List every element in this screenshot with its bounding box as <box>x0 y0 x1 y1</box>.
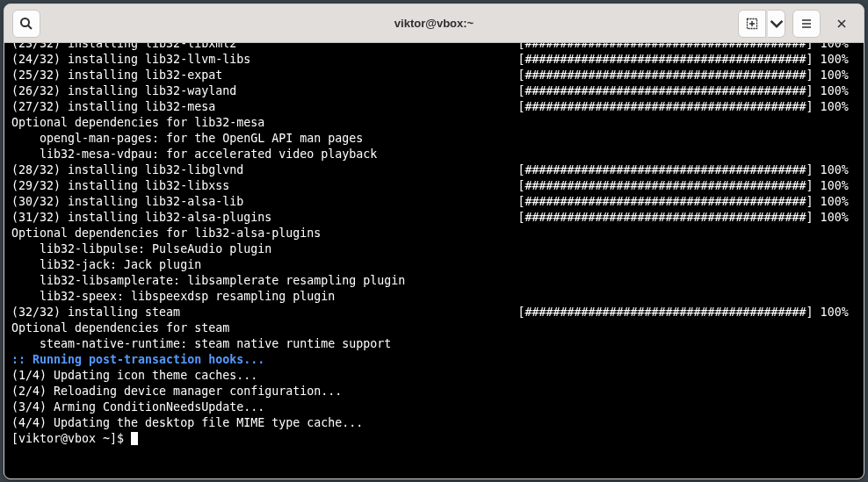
install-line: (32/32) installing steam [##############… <box>11 305 864 320</box>
titlebar: viktor@vbox:~ <box>4 4 864 43</box>
terminal-window: viktor@vbox:~ (22/32) installing lib32-i… <box>4 4 864 479</box>
hooks-header: :: Running post-transaction hooks... <box>11 352 864 368</box>
search-icon <box>19 17 33 31</box>
new-tab-icon <box>745 17 759 31</box>
install-line: (26/32) installing lib32-wayland [######… <box>11 83 864 99</box>
hook-line: (1/4) Updating icon theme caches... <box>11 368 864 384</box>
chevron-down-icon <box>770 17 784 31</box>
optdep-header: Optional dependencies for steam <box>11 320 864 336</box>
new-tab-dropdown[interactable] <box>768 10 785 38</box>
optdep-line: lib32-speex: libspeexdsp resampling plug… <box>11 289 864 305</box>
optdep-line: lib32-libpulse: PulseAudio plugin <box>11 241 864 257</box>
optdep-header: Optional dependencies for lib32-alsa-plu… <box>11 226 864 241</box>
close-icon <box>835 17 849 31</box>
prompt-line: [viktor@vbox ~]$ <box>11 431 864 447</box>
terminal-output: (22/32) installing lib32-icu [##########… <box>4 43 864 447</box>
svg-line-1 <box>28 25 32 29</box>
hook-line: (4/4) Updating the desktop file MIME typ… <box>11 415 864 431</box>
hamburger-icon <box>799 17 814 31</box>
svg-point-0 <box>21 18 29 26</box>
optdep-line: opengl-man-pages: for the OpenGL API man… <box>11 131 864 147</box>
optdep-line: lib32-jack: Jack plugin <box>11 257 864 273</box>
terminal-body[interactable]: (22/32) installing lib32-icu [##########… <box>4 43 864 478</box>
install-line: (27/32) installing lib32-mesa [#########… <box>11 99 864 115</box>
new-tab-split <box>737 10 786 38</box>
menu-button[interactable] <box>792 10 821 38</box>
search-button[interactable] <box>12 10 40 38</box>
hook-line: (2/4) Reloading device manager configura… <box>11 384 864 399</box>
install-line: (30/32) installing lib32-alsa-lib [#####… <box>11 194 864 210</box>
install-line: (25/32) installing lib32-expat [########… <box>11 68 864 83</box>
optdep-line: lib32-mesa-vdpau: for accelerated video … <box>11 147 864 162</box>
close-button[interactable] <box>828 10 856 38</box>
install-line: (23/32) installing lib32-libxml2 [######… <box>11 43 864 52</box>
titlebar-right <box>737 10 857 38</box>
install-line: (31/32) installing lib32-alsa-plugins [#… <box>11 210 864 226</box>
install-line: (29/32) installing lib32-libxss [#######… <box>11 178 864 194</box>
install-line: (24/32) installing lib32-llvm-libs [####… <box>11 52 864 68</box>
window-title: viktor@vbox:~ <box>394 17 474 30</box>
cursor <box>131 432 138 445</box>
optdep-line: steam-native-runtime: steam native runti… <box>11 336 864 352</box>
new-tab-button[interactable] <box>738 10 766 38</box>
hook-line: (3/4) Arming ConditionNeedsUpdate... <box>11 399 864 415</box>
optdep-header: Optional dependencies for lib32-mesa <box>11 115 864 131</box>
optdep-line: lib32-libsamplerate: libsamplerate resam… <box>11 273 864 289</box>
install-line: (28/32) installing lib32-libglvnd [#####… <box>11 162 864 178</box>
